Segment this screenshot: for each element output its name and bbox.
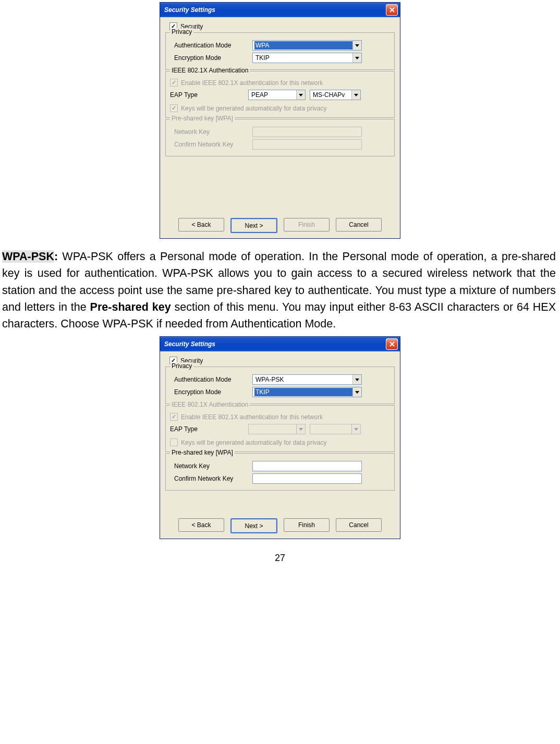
eap-type-select [248, 424, 306, 434]
network-key-label: Network Key [170, 128, 252, 136]
confirm-key-label: Confirm Network Key [170, 475, 252, 482]
auth-mode-select[interactable]: WPA [252, 40, 362, 51]
privacy-legend: Privacy [170, 362, 193, 370]
auth-mode-select[interactable]: WPA-PSK [252, 374, 362, 385]
enable-ieee-label: Enable IEEE 802.1X authentication for th… [181, 413, 323, 421]
enc-mode-select[interactable]: TKIP [252, 387, 362, 397]
enc-mode-label: Encryption Mode [170, 388, 252, 396]
eap-sub-value: MS-CHAPv [312, 91, 351, 99]
enable-ieee-checkbox [170, 79, 178, 87]
auth-mode-label: Authentication Mode [170, 376, 252, 383]
dropdown-icon [351, 424, 360, 434]
privacy-group: Privacy Authentication Mode WPA-PSK Encr… [165, 367, 395, 404]
titlebar: Security Settings [160, 3, 400, 17]
privacy-group: Privacy Authentication Mode WPA Encrypti… [165, 32, 395, 70]
pre-shared-key-bold: Pre-shared key [90, 301, 171, 313]
dropdown-icon [351, 90, 360, 100]
back-button[interactable]: < Back [178, 218, 224, 231]
auth-mode-value: WPA [254, 41, 352, 50]
finish-button: Finish [284, 218, 330, 231]
back-button[interactable]: < Back [178, 518, 224, 532]
cancel-button[interactable]: Cancel [336, 518, 382, 532]
ieee-group: IEEE 802.1X Authentication Enable IEEE 8… [165, 71, 395, 118]
ieee-legend: IEEE 802.1X Authentication [170, 67, 250, 74]
privacy-legend: Privacy [170, 28, 193, 35]
dropdown-icon [352, 375, 361, 384]
enc-mode-select[interactable]: TKIP [252, 53, 362, 63]
eap-type-select[interactable]: PEAP [248, 90, 306, 100]
eap-type-label: EAP Type [170, 425, 248, 433]
enable-ieee-checkbox [170, 413, 178, 421]
enc-mode-value: TKIP [254, 388, 352, 396]
keys-gen-checkbox [170, 438, 178, 446]
enc-mode-label: Encryption Mode [170, 54, 252, 62]
eap-type-label: EAP Type [170, 91, 248, 99]
next-button[interactable]: Next > [230, 518, 277, 533]
eap-sub-select [310, 424, 361, 434]
description-paragraph: WPA-PSK: WPA-PSK offers a Personal mode … [0, 239, 560, 336]
security-settings-dialog-1: Security Settings Security Privacy Authe… [160, 2, 400, 239]
wpa-psk-heading: WPA-PSK [2, 250, 54, 263]
network-key-input[interactable] [252, 461, 362, 471]
enable-ieee-label: Enable IEEE 802.1X authentication for th… [181, 79, 323, 87]
keys-gen-label: Keys will be generated automatically for… [181, 439, 326, 446]
dropdown-icon [352, 53, 361, 63]
close-button[interactable] [386, 4, 398, 16]
window-title: Security Settings [164, 6, 215, 14]
dropdown-icon [296, 90, 305, 100]
finish-button[interactable]: Finish [284, 518, 330, 532]
psk-legend: Pre-shared key [WPA] [170, 115, 235, 122]
dropdown-icon [352, 387, 361, 397]
network-key-input [252, 127, 362, 137]
next-button[interactable]: Next > [230, 218, 277, 233]
confirm-key-label: Confirm Network Key [170, 141, 252, 148]
keys-gen-checkbox [170, 104, 178, 112]
auth-mode-value: WPA-PSK [254, 375, 352, 384]
close-button[interactable] [386, 338, 398, 350]
titlebar: Security Settings [160, 337, 400, 351]
ieee-legend: IEEE 802.1X Authentication [170, 401, 250, 408]
confirm-key-input[interactable] [252, 473, 362, 484]
keys-gen-label: Keys will be generated automatically for… [181, 105, 326, 112]
eap-type-value: PEAP [250, 91, 296, 99]
close-icon [389, 341, 395, 347]
dropdown-icon [352, 41, 361, 50]
dropdown-icon [296, 424, 305, 434]
enc-mode-value: TKIP [254, 54, 352, 62]
network-key-label: Network Key [170, 462, 252, 470]
psk-group: Pre-shared key [WPA] Network Key Confirm… [165, 119, 395, 156]
confirm-key-input [252, 139, 362, 150]
cancel-button[interactable]: Cancel [336, 218, 382, 231]
security-settings-dialog-2: Security Settings Security Privacy Authe… [160, 336, 400, 539]
window-title: Security Settings [164, 340, 215, 348]
close-icon [389, 7, 395, 13]
ieee-group: IEEE 802.1X Authentication Enable IEEE 8… [165, 405, 395, 452]
auth-mode-label: Authentication Mode [170, 42, 252, 49]
page-number: 27 [0, 553, 560, 564]
psk-group: Pre-shared key [WPA] Network Key Confirm… [165, 453, 395, 491]
psk-legend: Pre-shared key [WPA] [170, 449, 235, 456]
eap-sub-select[interactable]: MS-CHAPv [310, 90, 361, 100]
